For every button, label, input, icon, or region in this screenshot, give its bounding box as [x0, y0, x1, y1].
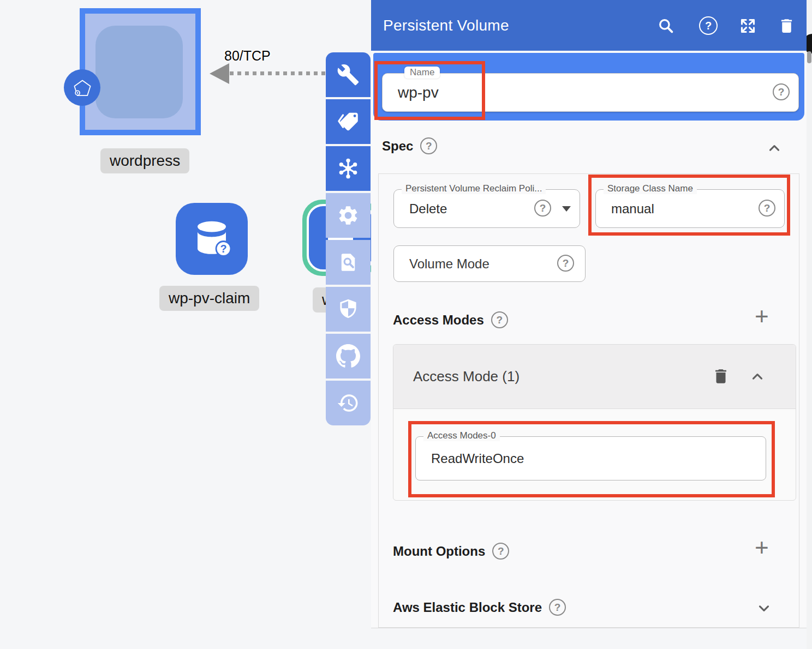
search-icon — [656, 16, 675, 35]
delete-resource-button[interactable] — [776, 15, 797, 36]
reclaim-policy-select[interactable]: Persistent Volume Reclaim Poli... Delete… — [393, 189, 580, 228]
panel-header: Persistent Volume ? — [371, 0, 807, 51]
github-icon — [336, 344, 360, 368]
toolbar-github-button[interactable] — [326, 334, 371, 378]
history-icon — [337, 392, 360, 414]
help-button[interactable]: ? — [698, 15, 719, 36]
search-button[interactable] — [655, 15, 676, 36]
access-modes-help-icon[interactable]: ? — [491, 311, 508, 328]
dropdown-caret-icon[interactable] — [562, 206, 571, 212]
wordpress-pod-node[interactable] — [80, 8, 201, 135]
mount-options-help-icon[interactable]: ? — [492, 543, 509, 560]
mount-options-heading-row: Mount Options ? — [393, 543, 509, 560]
trash-icon — [778, 17, 796, 35]
add-mount-option-button[interactable]: + — [755, 536, 769, 560]
access-modes-heading-row: Access Modes ? — [393, 311, 508, 328]
doc-search-icon — [337, 251, 360, 274]
reclaim-policy-value[interactable]: Delete — [409, 190, 447, 227]
toolbar-shield-button[interactable] — [326, 287, 371, 332]
storage-class-input[interactable]: Storage Class Name manual ? — [595, 189, 785, 228]
edge-dotted-line — [230, 71, 326, 75]
toolbar-gear-button[interactable] — [326, 193, 371, 238]
add-access-mode-button[interactable]: + — [755, 304, 769, 328]
toolbar-tag-button[interactable] — [326, 99, 371, 144]
pod-badge-icon — [64, 69, 100, 106]
toolbar-wrench-button[interactable] — [326, 52, 371, 97]
access-mode-collapse-chevron-up-icon[interactable] — [749, 369, 766, 385]
aws-ebs-heading: Aws Elastic Block Store — [393, 600, 542, 615]
name-field-value[interactable]: wp-pv — [398, 74, 439, 111]
name-help-icon[interactable]: ? — [773, 83, 790, 100]
help-icon: ? — [699, 16, 718, 35]
wp-pv-claim-label: wp-pv-claim — [159, 286, 259, 311]
access-mode-0-input[interactable]: Access Modes-0 ReadWriteOnce — [415, 436, 766, 480]
fullscreen-button[interactable] — [737, 15, 758, 36]
access-mode-card-title: Access Mode (1) — [413, 345, 520, 408]
gear-icon — [337, 204, 360, 227]
edge-arrowhead-icon — [210, 63, 229, 84]
page-scrollbar-track[interactable] — [807, 0, 812, 649]
volume-mode-field[interactable]: Volume Mode ? — [393, 245, 586, 282]
volume-mode-help-icon[interactable]: ? — [557, 255, 574, 272]
volume-mode-label: Volume Mode — [409, 246, 489, 281]
diagram-toolbar — [326, 52, 371, 425]
app: wordpress 80/TCP ? wp-pv-claim w — [0, 0, 812, 649]
spec-collapse-chevron-up-icon[interactable] — [766, 140, 783, 157]
shield-icon — [337, 298, 360, 321]
access-modes-heading: Access Modes — [393, 313, 484, 328]
access-mode-card-header[interactable]: Access Mode (1) — [393, 345, 796, 409]
toolbar-history-button[interactable] — [326, 381, 371, 425]
wordpress-pod-inner — [95, 26, 183, 118]
storage-class-value[interactable]: manual — [611, 190, 654, 227]
page-scrollbar-thumb[interactable] — [807, 51, 811, 63]
fullscreen-icon — [739, 17, 757, 35]
spec-help-icon[interactable]: ? — [420, 137, 437, 154]
reclaim-help-icon[interactable]: ? — [534, 200, 551, 217]
toolbar-doc-search-button[interactable] — [326, 240, 371, 285]
spec-heading: Spec — [382, 139, 413, 154]
access-mode-card-body: Access Modes-0 ReadWriteOnce — [393, 409, 796, 501]
name-section: Name wp-pv ? — [373, 53, 804, 121]
delete-access-mode-button[interactable] — [712, 367, 730, 386]
mount-options-heading: Mount Options — [393, 544, 485, 559]
spec-heading-row: Spec ? — [382, 137, 437, 154]
aws-ebs-help-icon[interactable]: ? — [549, 599, 566, 616]
toolbar-hub-button[interactable] — [326, 146, 371, 191]
access-mode-0-value[interactable]: ReadWriteOnce — [431, 437, 524, 480]
database-icon: ? — [188, 215, 235, 262]
tag-icon — [337, 110, 360, 133]
hub-icon — [336, 157, 360, 181]
panel-title: Persistent Volume — [383, 0, 509, 51]
name-input[interactable]: Name wp-pv ? — [382, 73, 799, 112]
access-mode-card: Access Mode (1) Access Modes-0 ReadWrite… — [393, 344, 796, 501]
wp-pv-claim-node[interactable]: ? — [176, 203, 248, 275]
wrench-icon — [337, 63, 360, 86]
aws-ebs-heading-row: Aws Elastic Block Store ? — [393, 599, 566, 616]
persistent-volume-panel: Persistent Volume ? Name wp-pv ? Spec — [371, 0, 807, 628]
question-glyph: ? — [220, 243, 226, 255]
aws-ebs-expand-chevron-down-icon[interactable] — [756, 600, 772, 616]
edge-port-label: 80/TCP — [224, 48, 271, 64]
wordpress-label: wordpress — [100, 148, 189, 173]
storage-class-help-icon[interactable]: ? — [759, 200, 775, 217]
